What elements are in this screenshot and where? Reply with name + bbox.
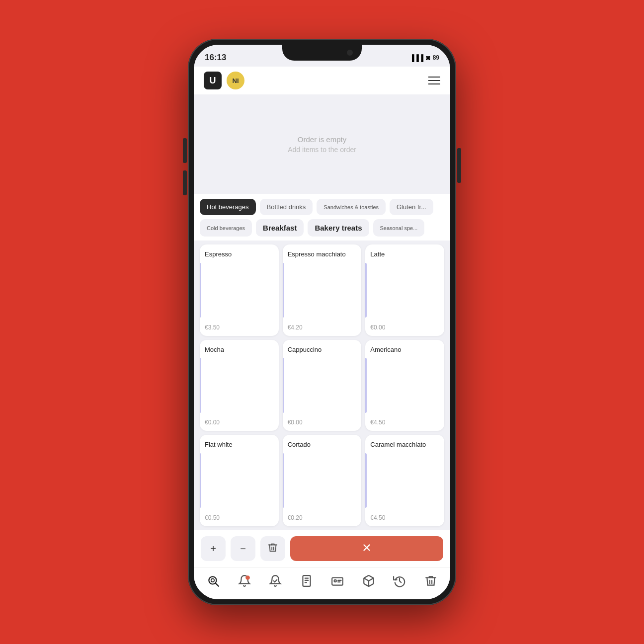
volume-down-button[interactable] <box>183 170 187 195</box>
avatar[interactable]: NI <box>227 72 244 89</box>
menu-grid: Espresso €3.50 Espresso macchiato €4.20 … <box>194 241 450 530</box>
status-icons: ▐▐▐ ◙ 89 <box>410 54 439 62</box>
battery-indicator: 89 <box>433 54 439 61</box>
bottom-nav <box>194 567 450 599</box>
item-price-americano: €4.50 <box>370 419 439 426</box>
power-button[interactable] <box>457 148 461 183</box>
item-name-americano: Americano <box>370 346 439 354</box>
status-time: 16:13 <box>205 53 226 63</box>
tab-bakery-treats[interactable]: Bakery treats <box>308 219 369 237</box>
add-button[interactable]: + <box>201 536 226 561</box>
app-header: U NI <box>194 67 450 94</box>
tab-bottled-drinks[interactable]: Bottled drinks <box>260 199 313 215</box>
menu-item-latte[interactable]: Latte €0.00 <box>365 244 444 336</box>
tab-cold-beverages[interactable]: Cold beverages <box>200 219 252 237</box>
header-left: U NI <box>204 72 244 89</box>
svg-line-3 <box>216 583 219 586</box>
nav-receipt[interactable] <box>298 572 315 589</box>
item-name-latte: Latte <box>370 250 439 259</box>
tab-hot-beverages[interactable]: Hot beverages <box>200 199 256 215</box>
item-price-espresso: €3.50 <box>205 324 274 331</box>
tab-breakfast[interactable]: Breakfast <box>256 219 304 237</box>
signal-icon: ▐▐▐ <box>410 54 424 62</box>
plus-icon: + <box>210 543 216 555</box>
nav-trash[interactable] <box>422 572 439 589</box>
action-bar: + − <box>194 530 450 567</box>
wifi-icon: ◙ <box>426 54 430 62</box>
category-row-2: Cold beverages Breakfast Bakery treats S… <box>194 219 450 241</box>
phone-screen: 16:13 ▐▐▐ ◙ 89 U NI Order is empt <box>194 45 450 599</box>
item-price-mocha: €0.00 <box>205 419 274 426</box>
menu-item-espresso-macchiato[interactable]: Espresso macchiato €4.20 <box>283 244 362 336</box>
nav-order-bell[interactable] <box>236 572 253 589</box>
nav-box[interactable] <box>360 572 377 589</box>
tab-seasonal[interactable]: Seasonal spe... <box>373 219 425 237</box>
menu-item-espresso[interactable]: Espresso €3.50 <box>200 244 279 336</box>
minus-button[interactable]: − <box>231 536 255 561</box>
nav-id-card[interactable] <box>329 572 346 589</box>
order-empty-area: Order is empty Add items to the order <box>194 94 450 194</box>
volume-up-button[interactable] <box>183 138 187 163</box>
item-name-flat-white: Flat white <box>205 441 274 449</box>
tab-gluten-free[interactable]: Gluten fr... <box>390 199 433 215</box>
item-price-latte: €0.00 <box>370 324 439 331</box>
item-name-mocha: Mocha <box>205 346 274 354</box>
item-name-espresso-macchiato: Espresso macchiato <box>288 250 357 259</box>
hamburger-line-2 <box>428 80 440 81</box>
notch <box>282 45 362 61</box>
category-row-1: Hot beverages Bottled drinks Sandwiches … <box>194 199 450 219</box>
category-tabs: Hot beverages Bottled drinks Sandwiches … <box>194 194 450 241</box>
svg-point-4 <box>211 579 215 582</box>
x-icon <box>361 542 372 556</box>
item-name-caramel-macchiato: Caramel macchiato <box>370 441 439 449</box>
menu-button[interactable] <box>428 77 440 84</box>
menu-item-flat-white[interactable]: Flat white €0.50 <box>200 435 279 526</box>
delete-button[interactable] <box>260 536 285 561</box>
item-price-caramel-macchiato: €4.50 <box>370 514 439 521</box>
nav-bell-check[interactable] <box>267 572 284 589</box>
item-name-espresso: Espresso <box>205 250 274 259</box>
item-name-cortado: Cortado <box>288 441 357 449</box>
item-price-espresso-macchiato: €4.20 <box>288 324 357 331</box>
hamburger-line-1 <box>428 77 440 78</box>
app-logo: U <box>204 72 222 89</box>
menu-item-caramel-macchiato[interactable]: Caramel macchiato €4.50 <box>365 435 444 526</box>
menu-item-mocha[interactable]: Mocha €0.00 <box>200 340 279 431</box>
item-price-cortado: €0.20 <box>288 514 357 521</box>
camera <box>347 50 353 56</box>
svg-rect-10 <box>332 578 343 585</box>
nav-search[interactable] <box>205 572 222 589</box>
phone-shell: 16:13 ▐▐▐ ◙ 89 U NI Order is empt <box>188 39 456 605</box>
status-bar: 16:13 ▐▐▐ ◙ 89 <box>194 45 450 63</box>
svg-point-11 <box>334 580 336 582</box>
item-price-cappuccino: €0.00 <box>288 419 357 426</box>
trash-icon <box>267 542 278 556</box>
menu-item-cappuccino[interactable]: Cappuccino €0.00 <box>283 340 362 431</box>
battery-level: 89 <box>433 54 439 61</box>
tab-sandwiches[interactable]: Sandwiches & toasties <box>317 199 386 215</box>
svg-point-5 <box>245 575 250 580</box>
minus-icon: − <box>240 543 246 555</box>
hamburger-line-3 <box>428 83 440 84</box>
menu-item-cortado[interactable]: Cortado €0.20 <box>283 435 362 526</box>
nav-history[interactable] <box>391 572 408 589</box>
order-empty-title: Order is empty <box>298 135 346 144</box>
cancel-button[interactable] <box>290 536 443 561</box>
menu-item-americano[interactable]: Americano €4.50 <box>365 340 444 431</box>
item-name-cappuccino: Cappuccino <box>288 346 357 354</box>
item-price-flat-white: €0.50 <box>205 514 274 521</box>
order-empty-subtitle: Add items to the order <box>288 146 356 154</box>
